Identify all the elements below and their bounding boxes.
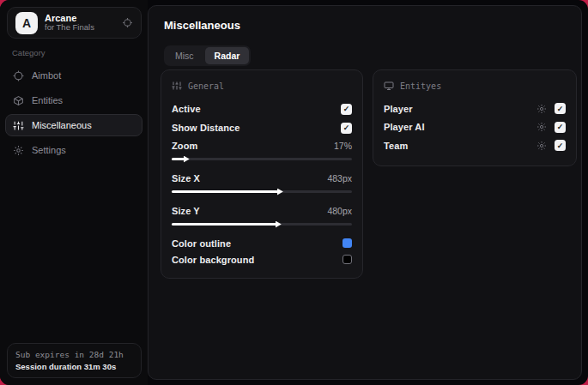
entities-card-title: Entityes (400, 81, 441, 91)
entity-controls (536, 122, 566, 133)
crosshair-settings-icon[interactable] (122, 17, 133, 28)
sidebar-item-aimbot[interactable]: Aimbot (5, 64, 142, 87)
player-checkbox[interactable] (555, 103, 566, 114)
color-outline-swatch[interactable] (342, 238, 352, 248)
app-subtitle: for The Finals (45, 23, 94, 33)
entities-card: Entityes Player P (373, 69, 577, 166)
app-header-card: A Arcane for The Finals (7, 7, 142, 39)
slider-thumb[interactable] (277, 189, 283, 196)
entity-controls (536, 103, 566, 114)
slider-thumb[interactable] (184, 156, 190, 163)
entity-row-player: Player (384, 99, 566, 118)
app-logo: A (15, 12, 38, 34)
sliders-small-icon (172, 81, 182, 91)
show-distance-checkbox[interactable] (341, 123, 352, 134)
setting-label: Active (172, 104, 201, 114)
sidebar-item-label: Aimbot (32, 70, 61, 81)
entity-gear-icon[interactable] (536, 122, 547, 132)
cards-container: General Active Show Distance Zoom 17% (161, 69, 577, 279)
session-duration-text: Session duration 31m 30s (15, 362, 133, 371)
setting-label: Color outline (172, 238, 231, 249)
player-ai-checkbox[interactable] (555, 122, 566, 133)
sub-expires-text: Sub expires in 28d 21h (15, 350, 133, 359)
page-title: Miscellaneous (164, 19, 240, 32)
slider-fill (172, 190, 278, 193)
zoom-slider[interactable] (172, 158, 352, 160)
sidebar-nav: Aimbot Entities Miscellaneous (0, 62, 148, 164)
entity-label: Player AI (384, 122, 425, 132)
app-window: A Arcane for The Finals Category Aimbot (0, 0, 588, 385)
category-label: Category (12, 48, 45, 57)
tab-misc[interactable]: Misc (166, 47, 203, 64)
tab-radar[interactable]: Radar (205, 47, 250, 64)
entity-gear-icon[interactable] (536, 141, 547, 151)
size-x-value: 483px (327, 173, 352, 183)
gear-icon (13, 145, 24, 156)
zoom-value: 17% (334, 141, 352, 151)
setting-label: Size X (172, 173, 200, 183)
general-card-title: General (188, 81, 224, 91)
cube-icon (13, 95, 24, 106)
sidebar: A Arcane for The Finals Category Aimbot (0, 0, 148, 385)
slider-fill (172, 223, 276, 226)
setting-row-zoom: Zoom 17% (172, 137, 352, 154)
team-checkbox[interactable] (555, 140, 566, 151)
sidebar-item-entities[interactable]: Entities (5, 89, 142, 111)
app-names: Arcane for The Finals (45, 13, 94, 33)
setting-row-color-outline: Color outline (172, 235, 352, 251)
slider-fill (172, 158, 185, 160)
color-background-swatch[interactable] (342, 255, 352, 264)
sidebar-item-label: Settings (32, 145, 66, 155)
setting-row-active: Active (172, 99, 352, 118)
sidebar-item-miscellaneous[interactable]: Miscellaneous (5, 114, 142, 136)
sidebar-item-settings[interactable]: Settings (5, 139, 142, 161)
sidebar-item-label: Miscellaneous (32, 120, 92, 130)
sliders-icon (13, 120, 24, 131)
tab-group: Misc Radar (164, 45, 251, 66)
sidebar-item-label: Entities (32, 95, 63, 105)
size-y-value: 480px (327, 206, 352, 216)
general-card: General Active Show Distance Zoom 17% (161, 69, 363, 279)
subscription-info-card: Sub expires in 28d 21h Session duration … (7, 343, 142, 378)
setting-label: Color background (172, 255, 254, 265)
setting-row-color-background: Color background (172, 251, 352, 268)
size-y-slider[interactable] (172, 223, 352, 226)
entity-row-player-ai: Player AI (384, 118, 566, 137)
entity-label: Player (384, 104, 413, 114)
entity-label: Team (384, 141, 408, 151)
entity-gear-icon[interactable] (536, 104, 547, 114)
setting-label: Show Distance (172, 123, 240, 133)
general-card-header: General (172, 81, 352, 91)
entity-controls (536, 140, 566, 151)
main-panel: Miscellaneous Misc Radar General (148, 5, 582, 380)
crosshair-icon (13, 70, 24, 81)
setting-row-size-x: Size X 483px (172, 170, 352, 187)
setting-label: Zoom (172, 141, 197, 151)
setting-row-size-y: Size Y 480px (172, 202, 352, 220)
monitor-icon (384, 81, 394, 91)
setting-row-show-distance: Show Distance (172, 118, 352, 137)
slider-thumb[interactable] (276, 221, 282, 228)
setting-label: Size Y (172, 206, 200, 216)
active-checkbox[interactable] (341, 104, 352, 115)
entity-row-team: Team (384, 136, 566, 155)
size-x-slider[interactable] (172, 190, 352, 193)
entities-card-header: Entityes (384, 81, 566, 91)
